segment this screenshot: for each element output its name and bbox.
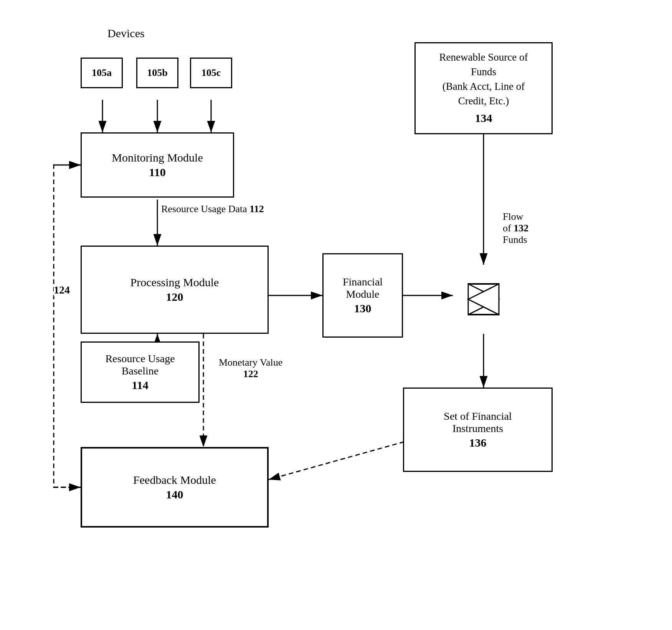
- device-b-box: 105b: [136, 58, 178, 88]
- instruments-label: Set of FinancialInstruments: [444, 410, 512, 435]
- flow-number: 132: [513, 223, 528, 234]
- financial-label: Financial Module: [327, 276, 398, 300]
- monitoring-label: Monitoring Module: [112, 151, 203, 164]
- feedback-label: Feedback Module: [133, 473, 216, 487]
- resource-usage-data-number: 112: [249, 203, 264, 214]
- baseline-number: 114: [132, 379, 148, 392]
- instruments-box: Set of FinancialInstruments 136: [403, 388, 553, 472]
- svg-rect-19: [468, 283, 499, 285]
- processing-box: Processing Module 120: [81, 246, 269, 334]
- device-a-box: 105a: [81, 58, 123, 88]
- flow-text: Flowof 132Funds: [503, 211, 528, 246]
- feedback-loop-label: 124: [54, 284, 70, 296]
- devices-label: Devices: [107, 27, 145, 40]
- baseline-label: Resource UsageBaseline: [105, 353, 175, 377]
- svg-rect-20: [468, 314, 499, 315]
- diagram-container: Devices 105a 105b 105c Monitoring Module…: [31, 19, 637, 614]
- processing-number: 120: [166, 290, 183, 303]
- monetary-number: 122: [219, 368, 282, 380]
- device-a-label: 105a: [92, 67, 112, 79]
- device-c-label: 105c: [201, 67, 221, 79]
- baseline-box: Resource UsageBaseline 114: [81, 341, 200, 403]
- device-b-label: 105b: [147, 67, 167, 79]
- processing-label: Processing Module: [130, 276, 219, 289]
- resource-usage-data-text: Resource Usage Data: [161, 203, 247, 214]
- financial-box: Financial Module 130: [322, 253, 403, 338]
- instruments-number: 136: [469, 436, 487, 449]
- renewable-box: Renewable Source ofFunds(Bank Acct, Line…: [414, 42, 553, 134]
- device-c-box: 105c: [190, 58, 232, 88]
- feedback-number: 140: [166, 488, 183, 501]
- renewable-number: 134: [475, 110, 492, 126]
- financial-number: 130: [354, 302, 371, 315]
- flow-of-funds-label: Flowof 132Funds: [503, 211, 528, 246]
- monetary-value-label: Monetary Value 122: [219, 357, 282, 380]
- feedback-box: Feedback Module 140: [81, 447, 269, 528]
- monitoring-box: Monitoring Module 110: [81, 132, 234, 198]
- renewable-label: Renewable Source ofFunds(Bank Acct, Line…: [439, 50, 528, 108]
- monetary-text: Monetary Value: [219, 357, 282, 368]
- monitoring-number: 110: [149, 166, 165, 179]
- resource-usage-data-label: Resource Usage Data 112: [161, 203, 264, 215]
